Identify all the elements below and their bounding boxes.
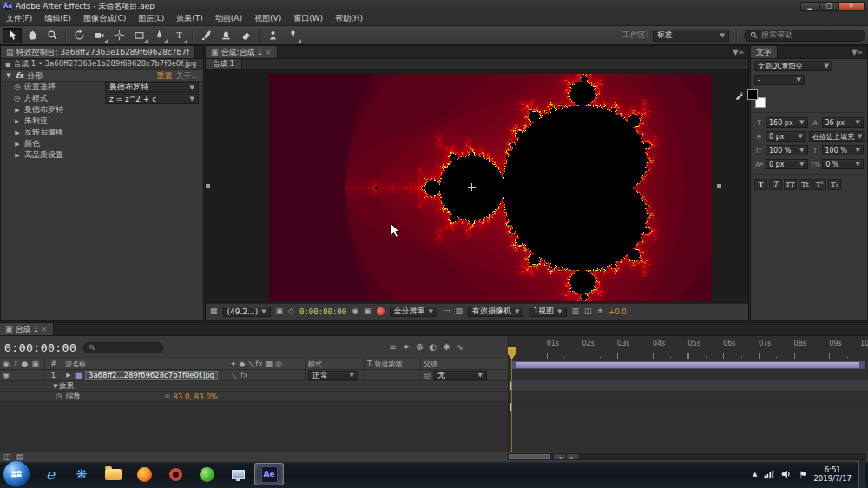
twirl-closed-icon[interactable]: ▶: [14, 118, 21, 125]
fill-color-swatch[interactable]: [747, 89, 758, 100]
motion-blur-button[interactable]: ✱: [443, 343, 450, 352]
number-column-header[interactable]: #: [45, 359, 62, 369]
twirl-open-icon[interactable]: ▼: [5, 72, 12, 79]
tab-composition[interactable]: ▣ 合成:合成 1 ×: [206, 46, 278, 58]
layer-switches-cell[interactable]: ＼ fx: [227, 370, 306, 380]
layer-name-cell[interactable]: ▶ 3a68ff2...289f69628c7b7f0e0f.jpg: [62, 370, 227, 380]
twirl-closed-icon[interactable]: ▶: [14, 129, 21, 136]
twirl-open-icon[interactable]: ▶: [65, 372, 72, 379]
menu-edit[interactable]: 编辑(E): [38, 12, 77, 25]
constrain-proportions-icon[interactable]: ∞: [164, 392, 171, 400]
workspace-dropdown[interactable]: 标准▼: [653, 30, 729, 42]
help-search-input[interactable]: 搜索帮助: [744, 30, 865, 42]
equation-dropdown[interactable]: z = z^2 + c▼: [105, 94, 199, 104]
magnification-dropdown[interactable]: (49.2...)▼: [223, 307, 271, 317]
zoom-tool[interactable]: [43, 28, 62, 43]
stopwatch-icon[interactable]: ◷: [14, 95, 21, 102]
minimize-button[interactable]: ▁: [800, 2, 819, 11]
computer-icon[interactable]: [223, 463, 253, 485]
graph-editor-button[interactable]: ∿: [457, 343, 464, 352]
all-caps-button[interactable]: TT: [784, 179, 797, 190]
mode-column-header[interactable]: 模式: [306, 359, 365, 369]
faux-italic-button[interactable]: T: [769, 179, 782, 190]
green-browser-icon[interactable]: [192, 463, 221, 485]
twirl-closed-icon[interactable]: ▶: [14, 152, 21, 159]
subscript-button[interactable]: T₁: [828, 179, 841, 190]
roto-brush-tool[interactable]: [263, 28, 282, 43]
viewer-timecode[interactable]: 0:00:00:00: [299, 307, 346, 316]
faux-bold-button[interactable]: T: [754, 179, 767, 190]
composition-viewer[interactable]: [206, 70, 748, 303]
layer-visibility-eye-icon[interactable]: ◉: [3, 372, 10, 379]
eraser-tool[interactable]: [236, 28, 255, 43]
layer-anchor-point[interactable]: [468, 183, 476, 191]
composition-canvas[interactable]: [269, 74, 712, 301]
transparency-grid-icon[interactable]: ▨: [455, 307, 463, 315]
rotation-tool[interactable]: [69, 28, 89, 43]
menu-effect[interactable]: 效果(T): [170, 12, 209, 25]
internet-explorer-icon[interactable]: e: [36, 463, 65, 485]
exposure-icon[interactable]: ✳: [597, 307, 604, 315]
superscript-button[interactable]: T¹: [813, 179, 826, 190]
effects-switch-icon[interactable]: fx: [240, 372, 248, 379]
menu-composition[interactable]: 图像合成(C): [77, 12, 132, 25]
firefox-icon[interactable]: [129, 463, 159, 485]
panel-menu-icon[interactable]: ▼≡: [847, 46, 867, 58]
tab-character[interactable]: 文字: [751, 46, 778, 58]
camera-dropdown[interactable]: 有效摄像机▼: [468, 307, 523, 317]
proportional-spacing-dropdown[interactable]: 0 %▼: [822, 159, 864, 169]
twirl-open-icon[interactable]: ▼: [52, 383, 59, 390]
about-effect-link[interactable]: 关于...: [175, 70, 199, 82]
work-area-end-handle[interactable]: [859, 362, 864, 368]
close-button[interactable]: ✕: [838, 2, 865, 11]
tab-effect-controls[interactable]: ▤ 特效控制台: 3a68ff27363e1b289f69628c7b7f: [1, 46, 195, 58]
current-time-display[interactable]: 0:00:00:00: [4, 341, 76, 354]
font-family-dropdown[interactable]: 文鼎DC黄阳尖▼: [754, 61, 832, 71]
group-label[interactable]: 高品质设置: [24, 149, 63, 161]
show-snapshot-icon[interactable]: ▣: [364, 307, 372, 315]
switches-column-header[interactable]: ✦ ◆ ＼fx ▦ ◎: [227, 359, 306, 369]
snapshot-icon[interactable]: ◉: [352, 307, 358, 315]
menu-window[interactable]: 窗口(W): [287, 12, 329, 25]
puppet-pin-tool[interactable]: [283, 28, 302, 43]
close-tab-icon[interactable]: ×: [41, 325, 48, 333]
after-effects-taskbar-icon[interactable]: Ae: [254, 463, 284, 485]
action-center-flag-icon[interactable]: ⚑: [799, 470, 806, 479]
menu-layer[interactable]: 图层(L): [132, 12, 170, 25]
effects-group-row[interactable]: ▼ 效果: [0, 381, 508, 392]
camera-tool[interactable]: [89, 28, 108, 43]
group-label[interactable]: 曼德布罗特: [24, 104, 63, 115]
live-update-button[interactable]: ≡: [389, 343, 396, 352]
track-matte-column-header[interactable]: T 轨道蒙版: [365, 359, 421, 369]
show-hidden-icons-button[interactable]: ▲: [753, 471, 757, 478]
horizontal-scale-dropdown[interactable]: 100 %▼: [822, 145, 865, 155]
tracking-dropdown[interactable]: 0 px▼: [766, 131, 806, 142]
comp-tab[interactable]: 合成 1: [206, 59, 242, 69]
start-button[interactable]: [3, 461, 30, 487]
group-label[interactable]: 朱利亚: [24, 115, 48, 127]
network-icon[interactable]: [764, 469, 774, 479]
font-size-dropdown[interactable]: 160 px▼: [766, 117, 808, 128]
pixel-aspect-icon[interactable]: ▥: [572, 307, 580, 315]
scroll-left-arrow[interactable]: ◄: [554, 454, 565, 459]
setting-dropdown[interactable]: 曼德布罗特▼: [105, 82, 199, 93]
safe-margins-icon[interactable]: ▣: [276, 307, 284, 315]
menu-view[interactable]: 视图(V): [248, 12, 287, 25]
view-layout-dropdown[interactable]: 1视图▼: [529, 307, 566, 317]
quality-switch-icon[interactable]: ＼: [230, 372, 238, 379]
layer-name[interactable]: 3a68ff2...289f69628c7b7f0e0f.jpg: [85, 371, 218, 380]
layer-matte-cell[interactable]: [365, 370, 421, 380]
selection-tool[interactable]: [3, 28, 22, 43]
small-caps-button[interactable]: Tt: [799, 179, 812, 190]
scroll-right-arrow[interactable]: ►: [567, 454, 578, 459]
tab-timeline-comp[interactable]: ▣ 合成 1 ×: [0, 323, 54, 335]
mask-visibility-icon[interactable]: ◇: [288, 307, 294, 315]
blend-mode-dropdown[interactable]: 正常▼: [308, 371, 358, 380]
group-label[interactable]: 颜色: [24, 138, 40, 149]
menu-file[interactable]: 文件(F): [0, 12, 38, 25]
exposure-value[interactable]: +0.0: [608, 307, 627, 316]
pinwheel-app-icon[interactable]: ❋: [67, 463, 96, 485]
scale-value[interactable]: 83.0, 83.0%: [173, 392, 217, 401]
taskbar-clock[interactable]: 6:51 2019/7/17: [813, 465, 852, 483]
shape-tool[interactable]: [129, 28, 148, 43]
